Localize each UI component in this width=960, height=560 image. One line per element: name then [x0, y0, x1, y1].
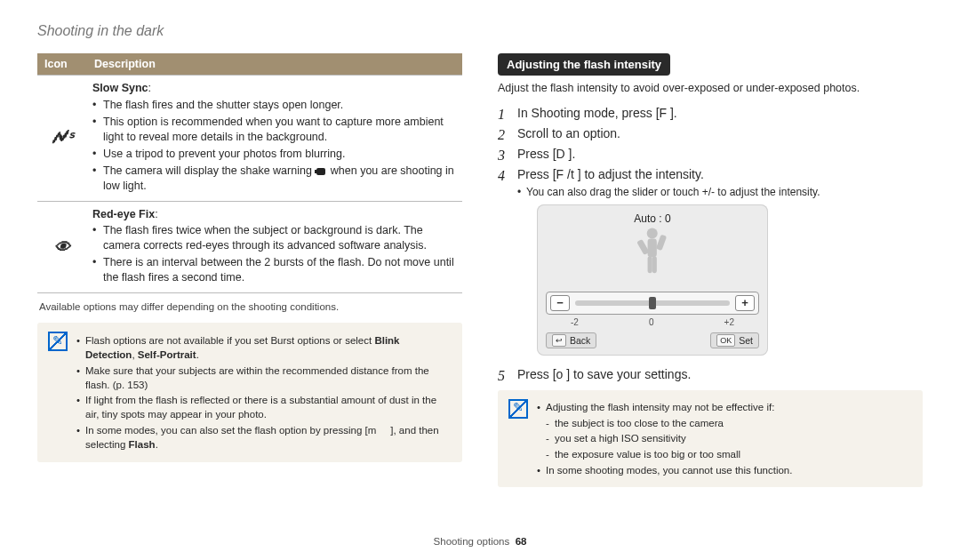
table-header-desc: Description [87, 53, 462, 76]
list-item: You can also drag the slider or touch +/… [517, 185, 923, 199]
step-item: Scroll to an option. [498, 125, 923, 142]
set-softkey[interactable]: OKSet [710, 332, 759, 348]
svg-rect-5 [656, 235, 667, 251]
section-intro: Adjust the flash intensity to avoid over… [498, 81, 923, 96]
slider-thumb[interactable] [649, 297, 656, 309]
list-item: Adjusting the flash intensity may not be… [537, 400, 792, 461]
step-item: In Shooting mode, press [F ]. [498, 105, 923, 122]
list-item: you set a high ISO sensitivity [546, 431, 792, 445]
list-item: The flash fires and the shutter stays op… [92, 98, 457, 113]
silhouette-preview [546, 226, 759, 290]
row-title: Slow Sync [92, 82, 148, 94]
list-item: If light from the flash is reflected or … [76, 393, 452, 421]
section-heading: Adjusting the flash intensity [498, 53, 670, 76]
row-title: Red-eye Fix [92, 208, 155, 220]
tick-label: -2 [571, 316, 579, 329]
ok-key-icon: OK [716, 334, 735, 347]
note-box-right: ✎ Adjusting the flash intensity may not … [498, 390, 923, 487]
right-column: Adjusting the flash intensity Adjust the… [498, 53, 923, 488]
page-title: Shooting in the dark [37, 21, 923, 41]
red-eye-fix-icon: 👁 [54, 238, 70, 256]
svg-rect-3 [648, 239, 657, 258]
list-item: The camera will display the shake warnin… [92, 164, 457, 194]
list-item: In some modes, you can also set the flas… [76, 423, 452, 452]
list-item: the subject is too close to the camera [546, 416, 792, 430]
steps-list: In Shooting mode, press [F ]. Scroll to … [498, 105, 923, 383]
back-arrow-icon: ↩ [552, 334, 566, 347]
slow-sync-icon: 🗲ˢ [52, 129, 74, 147]
step-item: Press [D ]. [498, 146, 923, 163]
table-header-icon: Icon [37, 53, 87, 76]
list-item: Flash options are not available if you s… [76, 333, 452, 362]
intensity-slider[interactable]: − + [546, 292, 759, 315]
shake-warning-icon [315, 166, 327, 177]
plus-button[interactable]: + [735, 295, 755, 311]
svg-rect-6 [648, 256, 652, 273]
minus-button[interactable]: − [550, 295, 570, 311]
back-softkey[interactable]: ↩Back [546, 332, 596, 348]
list-item: Use a tripod to prevent your photos from… [92, 147, 457, 162]
camera-screen-preview: Auto : 0 − + -2 0 +2 [537, 204, 768, 356]
page-footer: Shooting options 68 [0, 535, 960, 549]
note-icon: ✎ [48, 332, 68, 351]
svg-rect-4 [636, 239, 650, 255]
list-item: There is an interval between the 2 burst… [92, 255, 457, 285]
svg-point-2 [647, 228, 658, 239]
note-box-left: ✎ Flash options are not available if you… [37, 323, 462, 461]
svg-rect-0 [316, 168, 325, 175]
list-item: In some shooting modes, you cannot use t… [537, 463, 792, 477]
options-footnote: Available options may differ depending o… [39, 300, 460, 315]
list-item: the exposure value is too big or too sma… [546, 447, 792, 461]
flash-value-label: Auto : 0 [546, 212, 759, 226]
svg-rect-7 [652, 256, 657, 273]
table-row: 🗲ˢ Slow Sync: The flash fires and the sh… [37, 76, 462, 201]
svg-rect-1 [315, 170, 316, 173]
list-item: The flash fires twice when the subject o… [92, 223, 457, 253]
left-column: Icon Description 🗲ˢ Slow Sync: The flash… [37, 53, 462, 488]
note-icon: ✎ [508, 399, 528, 419]
tick-label: 0 [649, 316, 654, 329]
step-item: Press [F /t ] to adjust the intensity. Y… [498, 166, 923, 356]
list-item: Make sure that your subjects are within … [76, 364, 452, 392]
tick-label: +2 [724, 316, 734, 329]
step-item: Press [o ] to save your settings. [498, 366, 923, 383]
flash-options-table: Icon Description 🗲ˢ Slow Sync: The flash… [37, 53, 462, 293]
list-item: This option is recommended when you want… [92, 115, 457, 145]
table-row: 👁 Red-eye Fix: The flash fires twice whe… [37, 201, 462, 292]
